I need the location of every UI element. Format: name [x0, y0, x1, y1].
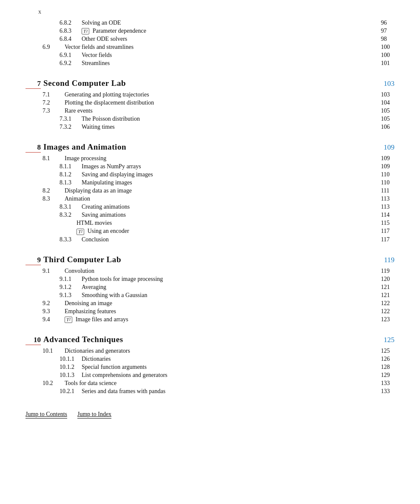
subsection-812: 8.1.2 Saving and displaying images 110 [26, 171, 394, 178]
section-72-num: 7.2 [43, 99, 65, 106]
section-83-page: 113 [377, 195, 394, 202]
chapter-7-page: 103 [369, 79, 394, 88]
section-93-page: 122 [377, 308, 394, 315]
subsection-812-num: 8.1.2 [60, 171, 82, 178]
section-81-title: Image processing [65, 155, 377, 162]
subsection-913-title: Smoothing with a Gaussian [82, 292, 377, 299]
subsection-1011: 10.1.1 Dictionaries 126 [26, 356, 394, 362]
section-101-title: Dictionaries and generators [65, 348, 377, 354]
subsection-1012-title: Special function arguments [82, 364, 377, 371]
section-93: 9.3 Emphasizing features 122 [26, 308, 394, 315]
subsection-691-page: 100 [377, 52, 394, 59]
section-73-page: 105 [377, 108, 394, 114]
chapter-8: 8 Images and Animation 109 8.1 Image pro… [26, 142, 394, 243]
subsubsection-html-movies-title: HTML movies [77, 220, 377, 227]
subsection-692: 6.9.2 Streamlines 101 [26, 60, 394, 67]
section-101-num: 10.1 [43, 348, 65, 354]
section-83-num: 8.3 [43, 195, 65, 202]
subsection-811-num: 8.1.1 [60, 163, 82, 170]
subsection-731-title: The Poisson distribution [82, 116, 377, 122]
subsection-831-num: 8.3.1 [60, 204, 82, 210]
section-92-page: 122 [377, 300, 394, 307]
subsection-683-num: 6.8.3 [60, 28, 82, 34]
subsection-832-page: 114 [377, 212, 394, 218]
subsection-1013: 10.1.3 List comprehensions and generator… [26, 372, 394, 379]
chapter-7-header: 7 Second Computer Lab 103 [26, 79, 394, 89]
section-81-page: 109 [377, 155, 394, 162]
subsection-732: 7.3.2 Waiting times 106 [26, 124, 394, 130]
section-71-title: Generating and plotting trajectories [65, 91, 377, 98]
footer: Jump to Contents Jump to Index [26, 408, 394, 419]
subsection-911: 9.1.1 Python tools for image processing … [26, 276, 394, 283]
subsection-1021-page: 133 [377, 388, 394, 395]
chapter-9-title: Third Computer Lab [43, 255, 369, 264]
subsection-1011-page: 126 [377, 356, 394, 362]
chapter-9-num: 9 [26, 256, 41, 265]
section-71-page: 103 [377, 91, 394, 98]
subsection-912-page: 121 [377, 284, 394, 291]
chapter-8-num: 8 [26, 143, 41, 153]
section-73-title: Rare events [65, 108, 377, 114]
section-82-num: 8.2 [43, 187, 65, 194]
section-73: 7.3 Rare events 105 [26, 108, 394, 114]
section-83: 8.3 Animation 113 [26, 195, 394, 202]
subsection-1011-num: 10.1.1 [60, 356, 82, 362]
subsection-692-title: Streamlines [82, 60, 377, 67]
subsection-683: 6.8.3 T2 Parameter dependence 97 [26, 28, 394, 34]
section-81-num: 8.1 [43, 155, 65, 162]
subsection-691-title: Vector fields [82, 52, 377, 59]
section-93-num: 9.3 [43, 308, 65, 315]
section-83-title: Animation [65, 195, 377, 202]
subsection-911-num: 9.1.1 [60, 276, 82, 283]
jump-to-contents-link[interactable]: Jump to Contents [26, 411, 67, 419]
subsection-1013-title: List comprehensions and generators [82, 372, 377, 379]
subsection-1012: 10.1.2 Special function arguments 128 [26, 364, 394, 371]
page-marker: x [38, 8, 394, 15]
subsection-813-num: 8.1.3 [60, 179, 82, 186]
section-94-title: T2 Image files and arrays [65, 316, 377, 323]
section-69-page: 100 [377, 44, 394, 51]
chapter-10: 10 Advanced Techniques 125 10.1 Dictiona… [26, 335, 394, 395]
subsection-692-num: 6.9.2 [60, 60, 82, 67]
chapter-8-page: 109 [369, 143, 394, 152]
subsection-811-page: 109 [377, 163, 394, 170]
section-72-page: 104 [377, 99, 394, 106]
subsection-831: 8.3.1 Creating animations 113 [26, 204, 394, 210]
subsection-684-title: Other ODE solvers [82, 36, 377, 42]
section-91-page: 119 [377, 268, 394, 275]
subsection-811: 8.1.1 Images as NumPy arrays 109 [26, 163, 394, 170]
section-91-title: Convolution [65, 268, 377, 275]
subsection-732-num: 7.3.2 [60, 124, 82, 130]
subsubsection-encoder: T2 Using an encoder 117 [26, 228, 394, 235]
section-102-num: 10.2 [43, 380, 65, 387]
jump-to-index-link[interactable]: Jump to Index [77, 411, 111, 419]
subsection-911-title: Python tools for image processing [82, 276, 377, 283]
subsection-812-title: Saving and displaying images [82, 171, 377, 178]
subsection-683-title: T2 Parameter dependence [82, 28, 377, 34]
section-73-num: 7.3 [43, 108, 65, 114]
t2-icon-94: T2 [65, 317, 72, 323]
section-72-title: Plotting the displacement distribution [65, 99, 377, 106]
subsubsection-html-movies-page: 115 [377, 220, 394, 227]
subsection-912: 9.1.2 Averaging 121 [26, 284, 394, 291]
chapter-10-title: Advanced Techniques [43, 335, 369, 344]
subsection-1021: 10.2.1 Series and data frames with panda… [26, 388, 394, 395]
subsection-831-title: Creating animations [82, 204, 377, 210]
t2-icon-encoder: T2 [77, 229, 84, 235]
section-82: 8.2 Displaying data as an image 111 [26, 187, 394, 194]
chapter-7: 7 Second Computer Lab 103 7.1 Generating… [26, 79, 394, 130]
subsection-813: 8.1.3 Manipulating images 110 [26, 179, 394, 186]
subsection-833: 8.3.3 Conclusion 117 [26, 236, 394, 243]
subsection-813-title: Manipulating images [82, 179, 377, 186]
subsubsection-html-movies: HTML movies 115 [26, 220, 394, 227]
section-92-title: Denoising an image [65, 300, 377, 307]
subsection-692-page: 101 [377, 60, 394, 67]
subsection-1013-num: 10.1.3 [60, 372, 82, 379]
subsection-833-num: 8.3.3 [60, 236, 82, 243]
section-92-num: 9.2 [43, 300, 65, 307]
section-82-title: Displaying data as an image [65, 187, 377, 194]
subsection-913-num: 9.1.3 [60, 292, 82, 299]
subsection-912-num: 9.1.2 [60, 284, 82, 291]
subsection-1021-num: 10.2.1 [60, 388, 82, 395]
subsection-684-num: 6.8.4 [60, 36, 82, 42]
